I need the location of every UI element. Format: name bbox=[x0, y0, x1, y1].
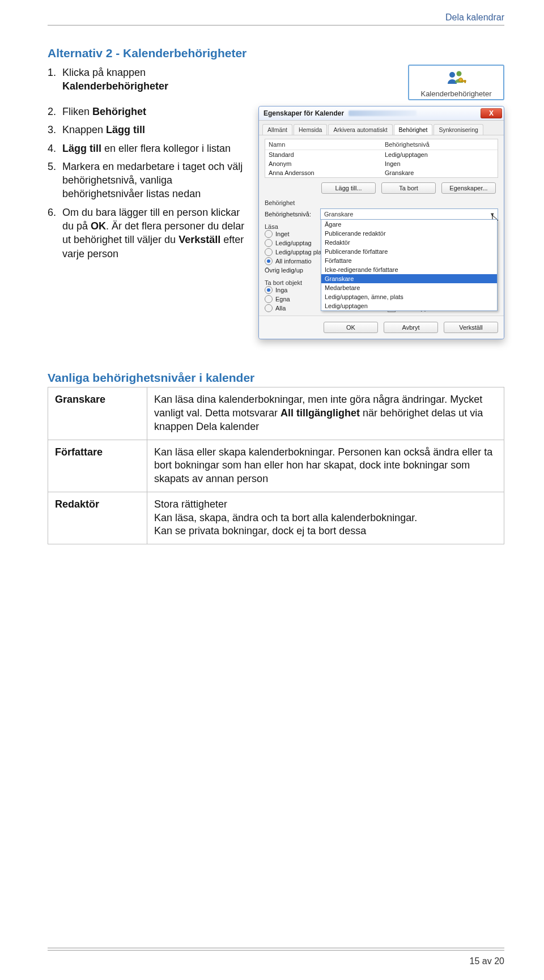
step-number: 1. bbox=[48, 66, 62, 79]
levels-table: GranskareKan läsa dina kalenderbokningar… bbox=[48, 387, 504, 544]
dropdown-option[interactable]: Ägare bbox=[321, 220, 497, 229]
step-number: 6. bbox=[48, 206, 62, 219]
dialog-title-text: Egenskaper för Kalender bbox=[264, 109, 344, 117]
remove-button[interactable]: Ta bort bbox=[381, 182, 436, 194]
dialog-egenskaper-kalender: Egenskaper för Kalender X AllmäntHemsida… bbox=[258, 106, 504, 339]
step-text: Fliken Behörighet bbox=[62, 105, 248, 118]
tab-arkivera-automatiskt[interactable]: Arkivera automatiskt bbox=[328, 124, 392, 135]
step-text: Knappen Lägg till bbox=[62, 123, 248, 137]
step-1-text: Klicka på knappen Kalenderbehörigheter bbox=[62, 66, 397, 93]
dialog-titlebar: Egenskaper för Kalender X bbox=[259, 106, 504, 121]
level-name: Granskare bbox=[48, 387, 147, 440]
ribbon-label: Kalenderbehörigheter bbox=[420, 90, 491, 98]
level-name: Författare bbox=[48, 440, 147, 492]
step-number: 3. bbox=[48, 123, 62, 137]
page-number: 15 av 20 bbox=[470, 956, 504, 966]
tab-synkronisering[interactable]: Synkronisering bbox=[434, 124, 483, 135]
heading-alt2: Alternativ 2 - Kalenderbehörigheter bbox=[48, 46, 504, 60]
table-row[interactable]: AnonymIngen bbox=[265, 159, 498, 168]
chevron-down-icon: ▾ bbox=[487, 209, 498, 219]
close-icon[interactable]: X bbox=[481, 108, 502, 118]
tab-hemsida[interactable]: Hemsida bbox=[294, 124, 327, 135]
dropdown-option[interactable]: Ledig/upptagen bbox=[321, 301, 497, 310]
ribbon-kalenderbehorigheter-button[interactable]: Kalenderbehörigheter bbox=[408, 65, 504, 100]
step-text: Markera en medarbetare i taget och välj … bbox=[62, 160, 248, 201]
table-row[interactable]: Anna AnderssonGranskare bbox=[265, 168, 498, 177]
dropdown-option[interactable]: Publicerande redaktör bbox=[321, 229, 497, 238]
dropdown-option[interactable]: Medarbetare bbox=[321, 283, 497, 292]
level-description: Kan läsa dina kalenderbokningar, men int… bbox=[147, 387, 504, 440]
svg-point-0 bbox=[449, 72, 455, 78]
svg-rect-4 bbox=[465, 80, 466, 83]
header-divider bbox=[48, 25, 504, 25]
group-label: Behörighet bbox=[265, 199, 498, 206]
level-description: Stora rättigheterKan läsa, skapa, ändra … bbox=[147, 492, 504, 544]
apply-button[interactable]: Verkställ bbox=[444, 322, 498, 333]
svg-point-1 bbox=[457, 71, 462, 76]
dropdown-option[interactable]: Icke-redigerande författare bbox=[321, 265, 497, 274]
level-label: Behörighetsnivå: bbox=[265, 211, 317, 218]
cancel-button[interactable]: Avbryt bbox=[384, 322, 438, 333]
dropdown-option[interactable]: Redaktör bbox=[321, 238, 497, 247]
step-text: Lägg till en eller flera kollegor i list… bbox=[62, 142, 248, 155]
ok-button[interactable]: OK bbox=[324, 322, 378, 333]
step-number: 4. bbox=[48, 142, 62, 155]
dropdown-option[interactable]: Granskare bbox=[321, 274, 497, 283]
blurred-text bbox=[348, 110, 416, 116]
level-dropdown-list[interactable]: ÄgarePublicerande redaktörRedaktörPublic… bbox=[321, 219, 498, 311]
level-combobox[interactable]: Granskare ▾ ÄgarePublicerande redaktörRe… bbox=[320, 208, 498, 220]
tab-behörighet[interactable]: Behörighet bbox=[394, 124, 433, 135]
permissions-table-header: Namn Behörighetsnivå bbox=[265, 139, 498, 150]
permissions-table[interactable]: StandardLedig/upptagenAnonymIngenAnna An… bbox=[265, 150, 498, 178]
add-button[interactable]: Lägg till... bbox=[321, 182, 376, 194]
level-name: Redaktör bbox=[48, 492, 147, 544]
step-number: 5. bbox=[48, 160, 62, 173]
step-text: Om du bara lägger till en person klickar… bbox=[62, 206, 248, 261]
tab-allmänt[interactable]: Allmänt bbox=[262, 124, 292, 135]
dropdown-option[interactable]: Ledig/upptagen, ämne, plats bbox=[321, 292, 497, 301]
properties-button[interactable]: Egenskaper... bbox=[441, 182, 496, 194]
table-row[interactable]: StandardLedig/upptagen bbox=[265, 150, 498, 159]
dropdown-option[interactable]: Författare bbox=[321, 256, 497, 265]
dropdown-option[interactable]: Publicerande författare bbox=[321, 247, 497, 256]
running-header: Dela kalendrar bbox=[445, 12, 504, 23]
dialog-tabs: AllmäntHemsidaArkivera automatisktBehöri… bbox=[259, 121, 504, 135]
level-description: Kan läsa eller skapa kalenderbokningar. … bbox=[147, 440, 504, 492]
step-number: 2. bbox=[48, 105, 62, 118]
footer-divider bbox=[48, 948, 504, 948]
footer-divider-2 bbox=[48, 950, 504, 951]
people-key-icon bbox=[446, 69, 466, 88]
level-value: Granskare bbox=[321, 210, 356, 219]
heading-levels: Vanliga behörighetsnivåer i kalender bbox=[48, 371, 504, 385]
